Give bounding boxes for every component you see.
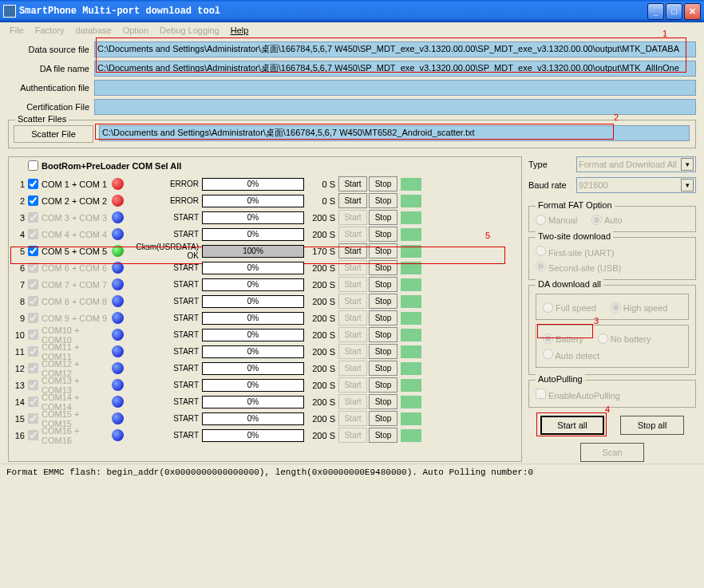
menu-option[interactable]: Option (118, 24, 153, 37)
da-file-input[interactable]: C:\Documents and Settings\Administrator\… (94, 61, 696, 77)
start-all-button[interactable]: Start all (540, 416, 604, 435)
close-button[interactable]: ✕ (684, 3, 701, 20)
port-checkbox[interactable] (28, 179, 38, 189)
port-stop-button[interactable]: Stop (369, 428, 397, 443)
port-checkbox[interactable] (28, 413, 38, 424)
type-combo[interactable]: Format and Download All▾ (576, 156, 696, 172)
high-speed-radio[interactable]: High speed (611, 302, 668, 313)
fat-manual-radio[interactable]: Manual (536, 215, 577, 225)
enable-autopulling-checkbox[interactable]: EnableAutoPulling (536, 391, 620, 401)
port-start-button[interactable]: Start (338, 227, 367, 242)
port-stop-button[interactable]: Stop (369, 294, 397, 309)
menu-debug-logging[interactable]: Debug Logging (155, 24, 224, 37)
port-checkbox[interactable] (28, 212, 38, 223)
progress-bar: 0% (202, 278, 304, 291)
port-led (401, 295, 421, 308)
scan-button[interactable]: Scan (580, 443, 644, 462)
port-start-button[interactable]: Start (338, 411, 367, 426)
port-stop-button[interactable]: Stop (369, 243, 397, 258)
port-start-button[interactable]: Start (338, 377, 367, 393)
port-time: 200 S (307, 314, 335, 323)
battery-radio[interactable]: Battery (543, 333, 583, 344)
port-stop-button[interactable]: Stop (369, 361, 397, 376)
port-checkbox[interactable] (28, 346, 38, 357)
minimize-button[interactable]: _ (647, 3, 664, 20)
chevron-down-icon[interactable]: ▾ (681, 179, 694, 191)
port-start-button[interactable]: Start (338, 428, 367, 443)
port-checkbox[interactable] (28, 262, 38, 273)
port-start-button[interactable]: Start (338, 294, 367, 309)
port-stop-button[interactable]: Stop (369, 193, 397, 208)
auth-file-input[interactable] (94, 80, 696, 96)
second-site-radio[interactable]: Second-site (USB) (536, 261, 689, 273)
port-area: 5 BootRom+PreLoader COM Sel All 1COM 1 +… (8, 156, 522, 462)
port-time: 200 S (307, 280, 335, 290)
port-time: 200 S (307, 347, 335, 357)
scatter-file-button[interactable]: Scatter File (14, 125, 93, 143)
port-stop-button[interactable]: Stop (369, 210, 397, 225)
port-status: ERROR (127, 180, 202, 188)
port-start-button[interactable]: Start (338, 277, 367, 292)
port-stop-button[interactable]: Stop (369, 327, 397, 342)
port-index: 7 (14, 280, 25, 290)
progress-bar: 0% (202, 228, 304, 241)
port-start-button[interactable]: Start (338, 327, 367, 342)
port-stop-button[interactable]: Stop (369, 176, 397, 191)
status-dot-icon (112, 396, 124, 408)
menu-database[interactable]: database (70, 24, 116, 37)
port-checkbox[interactable] (28, 430, 38, 440)
port-stop-button[interactable]: Stop (369, 394, 397, 409)
port-time: 200 S (307, 364, 335, 373)
scatter-file-input[interactable]: C:\Documents and Settings\Administrator\… (99, 125, 690, 141)
port-start-button[interactable]: Start (338, 260, 367, 275)
port-start-button[interactable]: Start (338, 361, 367, 376)
port-start-button[interactable]: Start (338, 344, 367, 359)
fat-auto-radio[interactable]: Auto (591, 215, 623, 225)
port-checkbox[interactable] (28, 195, 38, 206)
no-battery-radio[interactable]: No battery (598, 333, 651, 344)
port-index: 3 (14, 213, 25, 223)
status-dot-icon (112, 262, 124, 274)
port-stop-button[interactable]: Stop (369, 310, 397, 326)
data-source-input[interactable]: C:\Documents and Settings\Administrator\… (94, 41, 696, 57)
port-start-button[interactable]: Start (338, 243, 367, 258)
port-checkbox[interactable] (28, 397, 38, 407)
auto-detect-radio[interactable]: Auto detect (543, 351, 599, 361)
menu-file[interactable]: File (5, 24, 29, 37)
port-name: COM 8 + COM 8 (42, 297, 112, 306)
port-checkbox[interactable] (28, 363, 38, 373)
port-stop-button[interactable]: Stop (369, 227, 397, 242)
baud-combo[interactable]: 921600▾ (576, 177, 696, 193)
port-start-button[interactable]: Start (338, 193, 367, 208)
port-checkbox[interactable] (28, 380, 38, 390)
port-stop-button[interactable]: Stop (369, 411, 397, 426)
port-checkbox[interactable] (28, 229, 38, 239)
port-name: COM 4 + COM 4 (42, 230, 112, 239)
progress-bar: 0% (202, 211, 304, 224)
port-row: 10COM10 + COM10START0%200 SStartStop (14, 326, 516, 343)
port-stop-button[interactable]: Stop (369, 277, 397, 292)
menu-help[interactable]: Help (226, 24, 254, 37)
full-speed-radio[interactable]: Full speed (543, 302, 596, 313)
port-start-button[interactable]: Start (338, 176, 367, 191)
port-start-button[interactable]: Start (338, 310, 367, 326)
chevron-down-icon[interactable]: ▾ (681, 158, 694, 171)
menu-factory[interactable]: Factory (30, 24, 69, 37)
port-checkbox[interactable] (28, 313, 38, 323)
port-checkbox[interactable] (28, 279, 38, 290)
port-start-button[interactable]: Start (338, 210, 367, 225)
cert-file-input[interactable] (94, 99, 696, 115)
port-checkbox[interactable] (28, 296, 38, 306)
port-stop-button[interactable]: Stop (369, 344, 397, 359)
sel-all-checkbox[interactable] (28, 160, 38, 171)
first-site-radio[interactable]: First-site (UART) (536, 246, 689, 258)
port-checkbox[interactable] (28, 246, 38, 256)
port-index: 12 (14, 364, 25, 373)
port-start-button[interactable]: Start (338, 394, 367, 409)
maximize-button[interactable]: □ (666, 3, 682, 20)
port-checkbox[interactable] (28, 330, 38, 340)
port-stop-button[interactable]: Stop (369, 260, 397, 275)
side-panel: Type Format and Download All▾ Baud rate … (528, 156, 696, 462)
port-stop-button[interactable]: Stop (369, 377, 397, 393)
stop-all-button[interactable]: Stop all (620, 416, 684, 435)
